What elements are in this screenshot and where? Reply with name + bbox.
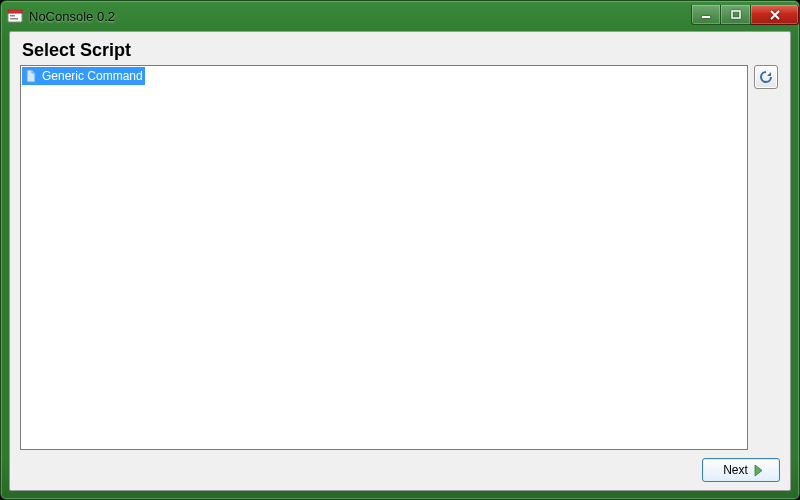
- page-title: Select Script: [22, 40, 780, 61]
- minimize-button[interactable]: [691, 5, 721, 25]
- svg-rect-1: [8, 10, 22, 13]
- refresh-button[interactable]: [754, 65, 778, 89]
- next-button[interactable]: Next: [702, 458, 780, 482]
- refresh-column: [754, 65, 780, 450]
- maximize-button[interactable]: [721, 5, 751, 25]
- maximize-icon: [731, 10, 741, 20]
- close-icon: [769, 10, 781, 20]
- svg-rect-3: [10, 18, 18, 20]
- titlebar[interactable]: NoConsole 0.2: [1, 1, 799, 31]
- svg-rect-2: [10, 15, 15, 17]
- window-title: NoConsole 0.2: [29, 9, 691, 24]
- svg-rect-5: [732, 11, 740, 18]
- body-row: Generic Command: [20, 65, 780, 450]
- script-item-label: Generic Command: [42, 69, 143, 83]
- window-frame: NoConsole 0.2 Select Script: [0, 0, 800, 500]
- next-button-label: Next: [723, 463, 748, 477]
- close-button[interactable]: [751, 5, 799, 25]
- app-icon: [7, 8, 23, 24]
- svg-rect-4: [702, 16, 710, 18]
- window-controls: [691, 5, 799, 25]
- client-area: Select Script Generic Command: [9, 31, 791, 491]
- script-item-generic-command[interactable]: Generic Command: [22, 67, 145, 85]
- refresh-icon: [758, 69, 774, 85]
- file-icon: [24, 69, 38, 83]
- minimize-icon: [701, 10, 711, 20]
- footer: Next: [20, 450, 780, 482]
- play-icon: [754, 465, 763, 476]
- script-list[interactable]: Generic Command: [20, 65, 748, 450]
